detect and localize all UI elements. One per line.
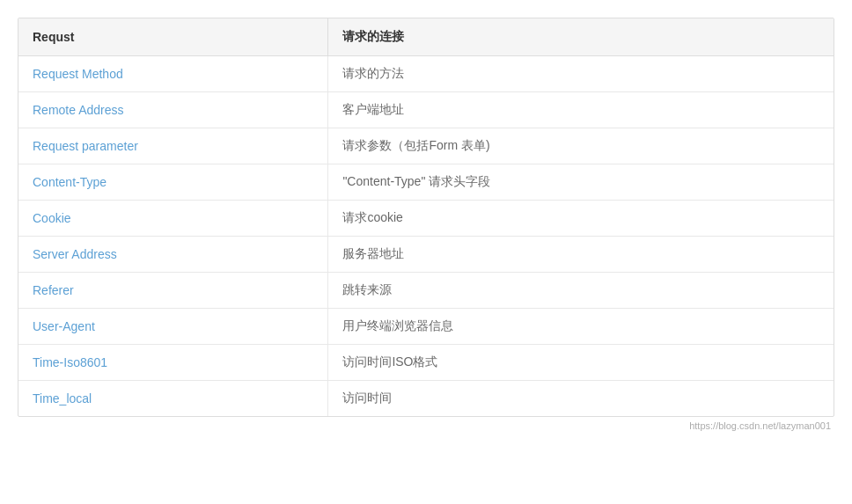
row-col1-remote-address: Remote Address [18, 92, 328, 128]
row-col1-referer: Referer [18, 273, 328, 309]
row-col1-content-type: Content-Type [18, 164, 328, 201]
row-col2-cookie: 请求cookie [328, 201, 834, 237]
row-col1-time-iso8601: Time-Iso8601 [18, 345, 328, 381]
table-row: Remote Address客户端地址 [18, 92, 834, 128]
table-row: Content-Type"Content-Type" 请求头字段 [18, 164, 834, 201]
row-col1-server-address: Server Address [18, 237, 328, 273]
row-col1-time-local: Time_local [18, 381, 328, 417]
table-row: Cookie请求cookie [18, 201, 834, 237]
header-description: 请求的连接 [328, 18, 834, 56]
row-col2-content-type: "Content-Type" 请求头字段 [328, 164, 834, 201]
row-col1-request-parameter: Request parameter [18, 128, 328, 164]
table-row: Server Address服务器地址 [18, 237, 834, 273]
table-row: Time_local访问时间 [18, 381, 834, 417]
row-col2-referer: 跳转来源 [328, 273, 834, 309]
header-requst: Requst [18, 18, 328, 56]
table-container: Requst 请求的连接 Request Method请求的方法Remote A… [18, 18, 834, 417]
table-row: Time-Iso8601访问时间ISO格式 [18, 345, 834, 381]
table-row: Request parameter请求参数（包括Form 表单) [18, 128, 834, 164]
table-row: Request Method请求的方法 [18, 56, 834, 92]
row-col2-user-agent: 用户终端浏览器信息 [328, 309, 834, 345]
row-col2-time-iso8601: 访问时间ISO格式 [328, 345, 834, 381]
row-col1-user-agent: User-Agent [18, 309, 328, 345]
table-header-row: Requst 请求的连接 [18, 18, 834, 56]
watermark: https://blog.csdn.net/lazyman001 [18, 420, 834, 431]
request-table: Requst 请求的连接 Request Method请求的方法Remote A… [18, 18, 834, 416]
row-col2-request-method: 请求的方法 [328, 56, 834, 92]
row-col2-server-address: 服务器地址 [328, 237, 834, 273]
table-row: User-Agent用户终端浏览器信息 [18, 309, 834, 345]
row-col1-request-method: Request Method [18, 56, 328, 92]
row-col2-time-local: 访问时间 [328, 381, 834, 417]
row-col2-remote-address: 客户端地址 [328, 92, 834, 128]
row-col1-cookie: Cookie [18, 201, 328, 237]
table-row: Referer跳转来源 [18, 273, 834, 309]
row-col2-request-parameter: 请求参数（包括Form 表单) [328, 128, 834, 164]
page-wrapper: Requst 请求的连接 Request Method请求的方法Remote A… [18, 18, 834, 431]
